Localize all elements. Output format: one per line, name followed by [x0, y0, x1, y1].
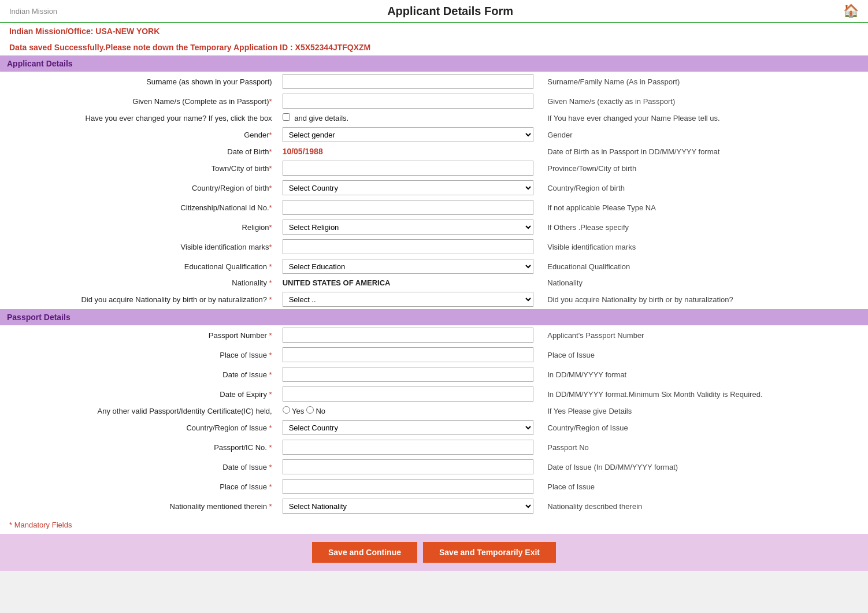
save-exit-button[interactable]: Save and Temporarily Exit	[423, 542, 556, 563]
nationality-hint: Nationality	[538, 276, 868, 289]
town-birth-hint: Province/Town/City of birth	[538, 158, 868, 178]
footer-buttons: Save and Continue Save and Temporarily E…	[0, 534, 868, 571]
applicant-details-table: Surname (as shown in your Passport) Surn…	[0, 72, 868, 309]
citizenship-input-cell	[278, 198, 539, 217]
country-birth-row: Country/Region of birth* Select Country …	[0, 178, 868, 198]
dob-value: 10/05/1988	[283, 147, 323, 156]
religion-row: Religion* Select Religion Hindu Muslim C…	[0, 217, 868, 237]
mandatory-text: Mandatory Fields	[14, 521, 72, 529]
country-birth-select[interactable]: Select Country USA India UK Canada	[283, 180, 534, 195]
passport-number-label: Passport Number *	[0, 325, 278, 345]
country-issue-hint: Country/Region of Issue	[538, 418, 868, 437]
education-hint: Educational Qualification	[538, 257, 868, 276]
identification-marks-input-cell	[278, 237, 539, 257]
gender-select[interactable]: Select gender Male Female Other	[283, 127, 534, 142]
place-issue-ic-label: Place of Issue *	[0, 477, 278, 496]
nationality-acquisition-select[interactable]: Select .. By Birth By Naturalization	[283, 292, 534, 307]
other-passport-no-radio[interactable]	[306, 406, 314, 414]
mandatory-asterisk: *	[9, 521, 12, 529]
mission-bar: Indian Mission/Office: USA-NEW YORK	[0, 23, 868, 39]
country-birth-hint: Country/Region of birth	[538, 178, 868, 198]
place-issue-input[interactable]	[283, 347, 534, 362]
passport-ic-input-cell	[278, 437, 539, 457]
surname-input-cell	[278, 72, 539, 91]
name-changed-input-cell: and give details.	[278, 111, 539, 125]
other-passport-label: Any other valid Passport/Identity Certif…	[0, 404, 278, 418]
citizenship-row: Citizenship/National Id No.* If not appl…	[0, 198, 868, 217]
identification-marks-row: Visible identification marks* Visible id…	[0, 237, 868, 257]
givenname-label: Given Name/s (Complete as in Passport)*	[0, 91, 278, 111]
other-passport-yes-label: Yes	[283, 407, 306, 415]
passport-ic-label: Passport/IC No. *	[0, 437, 278, 457]
nationality-therein-input-cell: Select Nationality American Indian Briti…	[278, 496, 539, 516]
town-birth-row: Town/City of birth* Province/Town/City o…	[0, 158, 868, 178]
town-birth-input[interactable]	[283, 161, 534, 176]
religion-select[interactable]: Select Religion Hindu Muslim Christian S…	[283, 220, 534, 235]
date-issue-ic-input-cell	[278, 457, 539, 477]
passport-number-row: Passport Number * Applicant's Passport N…	[0, 325, 868, 345]
date-expiry-input[interactable]	[283, 387, 534, 402]
other-passport-yes-radio[interactable]	[283, 406, 290, 414]
date-expiry-row: Date of Expiry * In DD/MM/YYYY format.Mi…	[0, 384, 868, 404]
date-issue-ic-input[interactable]	[283, 459, 534, 474]
page-title: Applicant Details Form	[57, 5, 843, 18]
place-issue-ic-hint: Place of Issue	[538, 477, 868, 496]
nationality-acquisition-label: Did you acquire Nationality by birth or …	[0, 289, 278, 309]
givenname-input[interactable]	[283, 94, 534, 109]
date-issue-input-cell	[278, 365, 539, 384]
passport-ic-input[interactable]	[283, 440, 534, 455]
mandatory-note: * Mandatory Fields	[0, 516, 868, 534]
identification-marks-input[interactable]	[283, 239, 534, 254]
date-issue-ic-label: Date of Issue *	[0, 457, 278, 477]
date-issue-hint: In DD/MM/YYYY format	[538, 365, 868, 384]
name-changed-checkbox[interactable]	[283, 113, 290, 121]
surname-row: Surname (as shown in your Passport) Surn…	[0, 72, 868, 91]
name-changed-row: Have you ever changed your name? If yes,…	[0, 111, 868, 125]
date-expiry-label: Date of Expiry *	[0, 384, 278, 404]
nationality-acquisition-input-cell: Select .. By Birth By Naturalization	[278, 289, 539, 309]
dob-value-cell: 10/05/1988	[278, 144, 539, 158]
save-continue-button[interactable]: Save and Continue	[312, 542, 417, 563]
givenname-input-cell	[278, 91, 539, 111]
date-issue-row: Date of Issue * In DD/MM/YYYY format	[0, 365, 868, 384]
application-id: X5X52344JTFQXZM	[295, 43, 371, 52]
passport-number-input-cell	[278, 325, 539, 345]
place-issue-ic-input[interactable]	[283, 479, 534, 494]
surname-input[interactable]	[283, 74, 534, 89]
surname-hint: Surname/Family Name (As in Passport)	[538, 72, 868, 91]
place-issue-hint: Place of Issue	[538, 345, 868, 365]
passport-number-hint: Applicant's Passport Number	[538, 325, 868, 345]
other-passport-hint: If Yes Please give Details	[538, 404, 868, 418]
other-passport-row: Any other valid Passport/Identity Certif…	[0, 404, 868, 418]
education-label: Educational Qualification *	[0, 257, 278, 276]
mission-label: Indian Mission/Office:	[9, 27, 93, 36]
home-icon[interactable]: 🏠	[843, 3, 859, 18]
passport-number-input[interactable]	[283, 328, 534, 343]
citizenship-input[interactable]	[283, 200, 534, 215]
education-select[interactable]: Select Education Below Matriculation Mat…	[283, 259, 534, 274]
country-issue-label: Country/Region of Issue *	[0, 418, 278, 437]
place-issue-input-cell	[278, 345, 539, 365]
nationality-acquisition-row: Did you acquire Nationality by birth or …	[0, 289, 868, 309]
other-passport-no-label: No	[306, 407, 325, 415]
top-logo: Indian Mission	[9, 7, 57, 16]
nationality-acquisition-hint: Did you acquire Nationality by birth or …	[538, 289, 868, 309]
country-issue-select[interactable]: Select Country USA India UK Canada	[283, 420, 534, 435]
identification-marks-label: Visible identification marks*	[0, 237, 278, 257]
gender-hint: Gender	[538, 125, 868, 144]
nationality-therein-select[interactable]: Select Nationality American Indian Briti…	[283, 499, 534, 514]
country-issue-row: Country/Region of Issue * Select Country…	[0, 418, 868, 437]
country-issue-input-cell: Select Country USA India UK Canada	[278, 418, 539, 437]
religion-input-cell: Select Religion Hindu Muslim Christian S…	[278, 217, 539, 237]
identification-marks-hint: Visible identification marks	[538, 237, 868, 257]
date-issue-label: Date of Issue *	[0, 365, 278, 384]
citizenship-label: Citizenship/National Id No.*	[0, 198, 278, 217]
nationality-therein-label: Nationality mentioned therein *	[0, 496, 278, 516]
town-birth-input-cell	[278, 158, 539, 178]
name-changed-hint: If You have ever changed your Name Pleas…	[538, 111, 868, 125]
dob-label: Date of Birth*	[0, 144, 278, 158]
nationality-therein-hint: Nationality described therein	[538, 496, 868, 516]
country-birth-label: Country/Region of birth*	[0, 178, 278, 198]
date-issue-input[interactable]	[283, 367, 534, 382]
education-row: Educational Qualification * Select Educa…	[0, 257, 868, 276]
